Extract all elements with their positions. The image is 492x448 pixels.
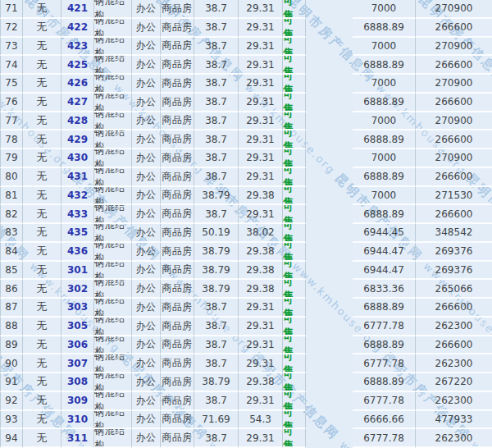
cell-attachment: 无 [23,94,61,112]
unit-link[interactable]: 430 [67,152,88,163]
cell-usage: 办公 [132,56,161,75]
cell-area: 50.19 [194,224,239,243]
table-row: 93 无 310 钢混结构 办公 商品房 71.69 54.3 可售 6666.… [0,411,492,430]
cell-gap [306,299,353,318]
cell-structure: 钢混结构 [94,19,132,38]
cell-unit: 430 [61,149,94,168]
cell-row-number: 88 [0,318,23,336]
unit-link[interactable]: 426 [67,77,88,89]
table-row: 81 无 432 钢混结构 办公 商品房 38.79 29.38 可售 7000… [0,187,492,206]
unit-link[interactable]: 422 [67,21,88,33]
status-badge: 可售 [283,112,306,131]
cell-unit-price: 6888.89 [353,130,415,149]
cell-usage: 办公 [132,429,161,448]
unit-link[interactable]: 433 [67,208,88,220]
cell-row-number: 87 [0,299,23,318]
table-row: 80 无 431 钢混结构 办公 商品房 38.7 29.31 可售 6888.… [0,168,492,187]
cell-inner-area: 29.38 [239,280,283,299]
cell-unit-price: 6944.47 [353,262,415,281]
cell-area: 38.79 [194,262,239,281]
cell-category: 商品房 [161,354,194,373]
unit-link[interactable]: 429 [67,134,88,145]
unit-link[interactable]: 310 [67,414,88,425]
unit-link[interactable]: 423 [67,40,88,52]
unit-link[interactable]: 432 [67,190,88,201]
cell-usage: 办公 [132,38,161,57]
cell-category: 商品房 [161,112,194,131]
cell-row-number: 86 [0,280,23,299]
status-text: 可售 [283,318,305,336]
cell-unit-price: 6888.89 [353,336,415,355]
cell-row-number: 89 [0,336,23,355]
cell-usage: 办公 [132,299,161,318]
cell-usage: 办公 [132,94,161,112]
cell-inner-area: 29.31 [239,149,283,168]
cell-category: 商品房 [161,224,194,243]
status-text: 可售 [283,19,305,38]
table-row: 89 无 306 钢混结构 办公 商品房 38.7 29.31 可售 6888.… [0,336,492,355]
cell-row-number: 80 [0,168,23,187]
cell-inner-area: 29.31 [239,318,283,336]
unit-link[interactable]: 309 [67,395,88,406]
unit-link[interactable]: 308 [67,376,88,387]
cell-unit-price: 7000 [353,0,415,19]
cell-area: 71.69 [194,411,239,430]
cell-attachment: 无 [23,429,61,448]
cell-area: 38.7 [194,318,239,336]
cell-usage: 办公 [132,243,161,262]
cell-usage: 办公 [132,336,161,355]
unit-link[interactable]: 431 [67,171,88,182]
cell-row-number: 78 [0,130,23,149]
unit-link[interactable]: 307 [67,358,88,369]
status-text: 可售 [283,94,305,112]
cell-usage: 办公 [132,280,161,299]
cell-unit: 306 [61,336,94,355]
cell-area: 38.7 [194,94,239,112]
unit-link[interactable]: 311 [67,432,88,444]
cell-usage: 办公 [132,373,161,392]
cell-usage: 办公 [132,354,161,373]
unit-link[interactable]: 428 [67,115,88,126]
cell-row-number: 85 [0,262,23,281]
cell-unit-price: 6666.66 [353,411,415,430]
cell-area: 38.7 [194,130,239,149]
table-row: 79 无 430 钢混结构 办公 商品房 38.7 29.31 可售 7000 … [0,149,492,168]
unit-link[interactable]: 302 [67,283,88,295]
cell-unit: 421 [61,0,94,19]
status-badge: 可售 [283,0,306,19]
cell-total-price: 270900 [415,112,492,131]
status-text: 可售 [283,411,305,430]
cell-category: 商品房 [161,130,194,149]
unit-link[interactable]: 425 [67,59,88,71]
unit-link[interactable]: 301 [67,264,88,276]
unit-link[interactable]: 305 [67,320,88,331]
unit-link[interactable]: 427 [67,96,88,107]
status-text: 可售 [283,149,305,168]
unit-link[interactable]: 435 [67,226,88,238]
status-badge: 可售 [283,280,306,299]
table-row: 72 无 422 钢混结构 办公 商品房 38.7 29.31 可售 6888.… [0,19,492,38]
status-text: 可售 [283,299,305,318]
cell-unit: 305 [61,318,94,336]
cell-inner-area: 29.31 [239,112,283,131]
unit-link[interactable]: 421 [67,2,88,14]
unit-link[interactable]: 303 [67,301,88,313]
cell-inner-area: 29.38 [239,262,283,281]
cell-area: 38.7 [194,56,239,75]
cell-usage: 办公 [132,19,161,38]
cell-area: 38.7 [194,429,239,448]
status-text: 可售 [283,38,305,57]
cell-gap [306,38,353,57]
cell-usage: 办公 [132,149,161,168]
unit-link[interactable]: 436 [67,245,88,257]
cell-gap [306,75,353,94]
cell-attachment: 无 [23,318,61,336]
cell-attachment: 无 [23,19,61,38]
cell-unit-price: 7000 [353,187,415,206]
status-text: 可售 [283,262,305,281]
unit-link[interactable]: 306 [67,339,88,350]
cell-inner-area: 29.31 [239,19,283,38]
cell-gap [306,224,353,243]
cell-attachment: 无 [23,187,61,206]
cell-usage: 办公 [132,75,161,94]
